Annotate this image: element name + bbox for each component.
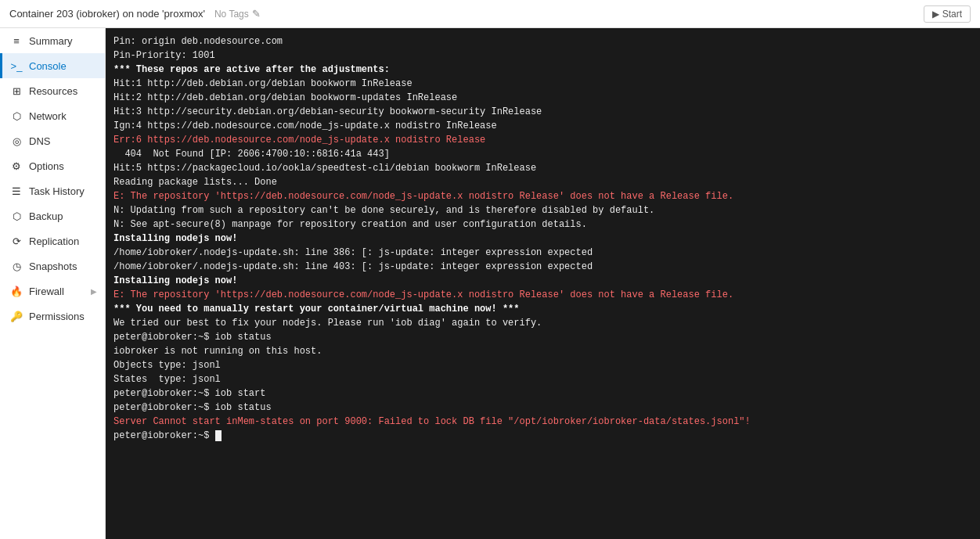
- sidebar-item-summary[interactable]: ≡ Summary: [0, 28, 105, 53]
- sidebar-item-permissions[interactable]: 🔑 Permissions: [0, 304, 105, 329]
- start-icon: ▶: [932, 9, 939, 20]
- sidebar-item-snapshots[interactable]: ◷ Snapshots: [0, 253, 105, 278]
- snapshots-icon: ◷: [10, 260, 23, 272]
- console-line: Pin: origin deb.nodesource.com: [113, 34, 972, 49]
- console-line: Installing nodejs now!: [113, 232, 972, 246]
- console-line: States type: jsonl: [113, 372, 972, 386]
- edit-tags-icon[interactable]: [252, 8, 261, 20]
- start-button[interactable]: ▶ Start: [924, 5, 971, 23]
- tags-label: No Tags: [214, 8, 261, 20]
- sidebar-label-options: Options: [29, 160, 64, 172]
- sidebar-label-task-history: Task History: [29, 185, 85, 197]
- sidebar-label-summary: Summary: [29, 35, 73, 47]
- sidebar-item-dns[interactable]: ◎ DNS: [0, 128, 105, 153]
- console-line: N: Updating from such a repository can't…: [113, 203, 972, 217]
- sidebar-item-console[interactable]: >_ Console: [0, 53, 105, 78]
- console-line: iobroker is not running on this host.: [113, 344, 972, 358]
- task-history-icon: ☰: [10, 185, 23, 197]
- backup-icon: ⬡: [10, 210, 23, 222]
- console-line: E: The repository 'https://deb.nodesourc…: [113, 288, 972, 302]
- firewall-icon: 🔥: [10, 285, 23, 297]
- sidebar-item-resources[interactable]: ⊞ Resources: [0, 78, 105, 103]
- console-line: Ign:4 https://deb.nodesource.com/node_js…: [113, 119, 972, 133]
- console-line: Hit:1 http://deb.debian.org/debian bookw…: [113, 77, 972, 91]
- sidebar-label-replication: Replication: [29, 235, 79, 247]
- console-output[interactable]: Pin: origin deb.nodesource.comPin-Priori…: [106, 28, 980, 539]
- sidebar-item-network[interactable]: ⬡ Network: [0, 103, 105, 128]
- arrow-icon: ▶: [91, 287, 97, 296]
- sidebar-label-network: Network: [29, 110, 67, 122]
- console-line: N: See apt-secure(8) manpage for reposit…: [113, 217, 972, 232]
- sidebar-label-firewall: Firewall: [29, 286, 64, 297]
- main-layout: ≡ Summary >_ Console ⊞ Resources ⬡ Netwo…: [0, 28, 980, 539]
- sidebar-label-dns: DNS: [29, 135, 50, 147]
- console-line: Objects type: jsonl: [113, 358, 972, 372]
- sidebar-label-snapshots: Snapshots: [29, 261, 77, 272]
- console-line: *** These repos are active after the adj…: [113, 63, 972, 77]
- dns-icon: ◎: [10, 135, 23, 147]
- permissions-icon: 🔑: [10, 310, 23, 322]
- console-line: peter@iobroker:~$ iob status: [113, 330, 972, 344]
- container-title: Container 203 (iobroker) on node 'proxmo…: [9, 8, 205, 20]
- sidebar-item-options[interactable]: ⚙ Options: [0, 153, 105, 178]
- console-line: 404 Not Found [IP: 2606:4700:10::6816:41…: [113, 147, 972, 161]
- sidebar-item-backup[interactable]: ⬡ Backup: [0, 203, 105, 228]
- console-line: peter@iobroker:~$ iob start: [113, 386, 972, 401]
- sidebar-label-resources: Resources: [29, 85, 77, 97]
- console-line: Hit:2 http://deb.debian.org/debian bookw…: [113, 91, 972, 105]
- console-line: Installing nodejs now!: [113, 274, 972, 288]
- console-area: Pin: origin deb.nodesource.comPin-Priori…: [106, 28, 980, 539]
- console-line: peter@iobroker:~$ iob status: [113, 401, 972, 415]
- sidebar-item-replication[interactable]: ⟳ Replication: [0, 228, 105, 253]
- console-line: We tried our best to fix your nodejs. Pl…: [113, 316, 972, 330]
- options-icon: ⚙: [10, 160, 23, 172]
- sidebar-label-permissions: Permissions: [29, 311, 85, 322]
- title-bar: Container 203 (iobroker) on node 'proxmo…: [0, 0, 980, 28]
- console-line: Hit:3 http://security.debian.org/debian-…: [113, 105, 972, 119]
- sidebar-item-task-history[interactable]: ☰ Task History: [0, 178, 105, 203]
- console-line: Reading package lists... Done: [113, 175, 972, 189]
- network-icon: ⬡: [10, 110, 23, 122]
- console-line: peter@iobroker:~$: [113, 429, 972, 443]
- console-line: Err:6 https://deb.nodesource.com/node_js…: [113, 133, 972, 147]
- console-line: /home/iobroker/.nodejs-update.sh: line 3…: [113, 246, 972, 260]
- console-line: Hit:5 https://packagecloud.io/ookla/spee…: [113, 161, 972, 175]
- sidebar-label-backup: Backup: [29, 210, 63, 222]
- console-line: Pin-Priority: 1001: [113, 49, 972, 63]
- console-line: *** You need to manually restart your co…: [113, 302, 972, 316]
- console-line: Server Cannot start inMem-states on port…: [113, 415, 972, 429]
- console-icon: >_: [10, 59, 23, 72]
- resources-icon: ⊞: [10, 84, 23, 97]
- sidebar-label-console: Console: [29, 60, 67, 72]
- summary-icon: ≡: [10, 34, 23, 47]
- console-line: /home/iobroker/.nodejs-update.sh: line 4…: [113, 260, 972, 274]
- console-line: E: The repository 'https://deb.nodesourc…: [113, 189, 972, 203]
- cursor: [215, 430, 222, 441]
- sidebar-item-firewall[interactable]: 🔥 Firewall ▶: [0, 278, 105, 304]
- replication-icon: ⟳: [10, 235, 23, 247]
- sidebar: ≡ Summary >_ Console ⊞ Resources ⬡ Netwo…: [0, 28, 106, 539]
